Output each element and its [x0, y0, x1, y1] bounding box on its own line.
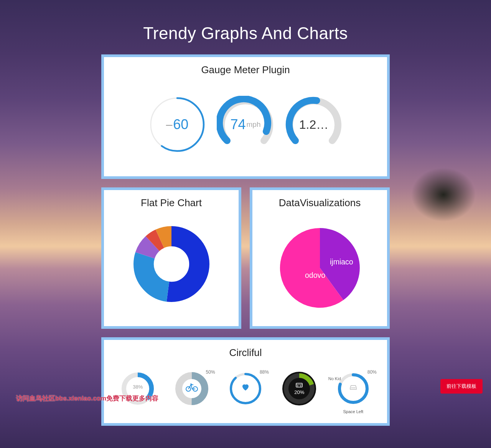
circ-item-4: 20% — [274, 369, 324, 408]
circ-2-toplabel: 50% — [206, 369, 215, 375]
car-icon — [328, 383, 378, 392]
circ-5-toplabel: 80% — [367, 369, 377, 375]
circ-5-leftlabel: No Kid — [328, 376, 341, 381]
gauge-2: 74 mph — [217, 96, 274, 153]
gauge-row: – 60 74 mph 1. — [109, 85, 382, 167]
gauge-meter-card: Gauge Meter Plugin – 60 74 — [101, 54, 390, 179]
pie-label-ijmiaco: ijmiaco — [330, 258, 353, 266]
gauge-1-value: 60 — [173, 117, 188, 133]
circ-1-center: 38% — [113, 384, 163, 390]
gauge-1-prefix: – — [166, 118, 173, 131]
data-viz-title: DataVisualizations — [257, 197, 382, 209]
flat-pie-card: Flat Pie Chart — [101, 187, 241, 329]
page-title: Trendy Graphs And Charts — [0, 0, 491, 54]
circ-item-3: 88% — [221, 369, 270, 408]
data-visualizations-card: DataVisualizations odovo ijmiaco — [250, 187, 390, 329]
download-template-button[interactable]: 前往下载模板 — [440, 379, 483, 394]
watermark-text: 访问血鸟社区bbs.xlenlao.com免费下载更多内容 — [16, 394, 158, 403]
gauge-2-suffix: mph — [247, 120, 261, 129]
circ-item-2: 50% — [167, 369, 217, 408]
content-area: Gauge Meter Plugin – 60 74 — [101, 54, 390, 426]
gauge-2-value: 74 — [230, 117, 246, 133]
flat-pie-chart — [109, 218, 234, 309]
circliful-row: 38% 50% 88% — [109, 368, 382, 414]
bike-icon — [167, 382, 217, 393]
circ-4-center: 20% — [274, 389, 324, 395]
gauge-3-value: 1.2… — [299, 118, 328, 132]
circliful-card: Circliful 38% 50% 88% — [101, 337, 390, 426]
gauge-3: 1.2… — [285, 96, 343, 153]
circ-5-caption: Space Left — [343, 409, 363, 414]
heart-icon — [221, 382, 270, 393]
data-viz-pie: odovo ijmiaco — [257, 218, 382, 317]
gauge-1: – 60 — [148, 96, 206, 153]
circ-item-5: 80% No Kid Space Left — [328, 369, 378, 414]
gauge-card-title: Gauge Meter Plugin — [109, 64, 382, 76]
flat-pie-title: Flat Pie Chart — [109, 197, 234, 209]
pie-label-odovo: odovo — [305, 271, 325, 279]
circliful-title: Circliful — [109, 347, 382, 359]
row-2: Flat Pie Chart DataVisualizations — [101, 187, 390, 329]
decorative-tree — [384, 153, 483, 291]
circ-3-toplabel: 88% — [260, 369, 269, 375]
